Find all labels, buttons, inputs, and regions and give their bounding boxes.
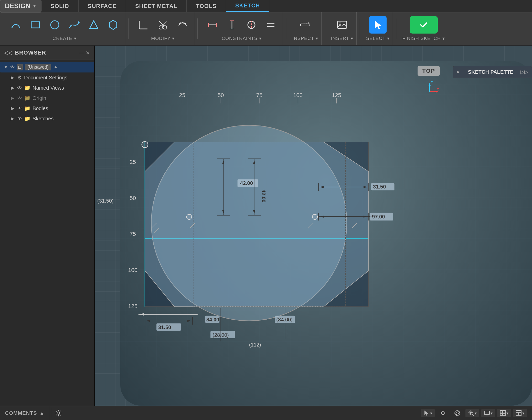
tree-item-named-views[interactable]: ▶ 👁 📁 Named Views xyxy=(0,83,94,93)
top-view-label: TOP xyxy=(418,66,440,76)
arc-icon[interactable] xyxy=(7,16,25,34)
browser-title: ◁◁ BROWSER xyxy=(4,49,46,56)
offset-icon[interactable] xyxy=(174,16,191,34)
folder-icon-origin: 📁 xyxy=(24,95,30,101)
svg-marker-5 xyxy=(90,21,98,28)
image-icon[interactable] xyxy=(333,16,351,34)
cursor-chevron: ▾ xyxy=(430,411,432,416)
tree-item-document-settings[interactable]: ▶ ⚙ Document Settings xyxy=(0,72,94,83)
create-icons-row xyxy=(7,16,122,34)
design-dropdown[interactable]: DESIGN ▼ xyxy=(0,0,41,13)
visibility-icon-bodies[interactable]: 👁 xyxy=(17,106,22,111)
svg-rect-2 xyxy=(31,22,39,28)
constraint-v-icon[interactable] xyxy=(223,16,241,34)
insert-section: INSERT ▾ xyxy=(328,12,357,45)
tree-toggle-named-views[interactable]: ▶ xyxy=(11,85,15,91)
layout-dropdown[interactable]: ▾ xyxy=(513,409,527,417)
circle-constraint-icon[interactable] xyxy=(243,16,260,34)
measure-icon[interactable] xyxy=(296,16,314,34)
create-section: CREATE ▾ xyxy=(4,12,125,45)
tree-toggle-bodies[interactable]: ▶ xyxy=(11,106,15,111)
tab-tools[interactable]: TOOLS xyxy=(187,0,226,12)
select-section: SELECT ▾ xyxy=(363,12,393,45)
svg-text:Z: Z xyxy=(431,81,433,85)
sidebar-pin-button[interactable]: — xyxy=(79,50,84,56)
tree-item-unsaved[interactable]: ▼ 👁 □ (Unsaved) ● xyxy=(0,62,94,72)
tree-item-sketches[interactable]: ▶ 👁 📁 Sketches xyxy=(0,113,94,124)
constraints-label[interactable]: CONSTRAINTS ▾ xyxy=(222,36,262,41)
visibility-icon-origin[interactable]: 👁 xyxy=(17,96,22,101)
gear-icon: ⚙ xyxy=(17,75,22,81)
orbit-icon[interactable] xyxy=(451,407,463,419)
visibility-icon-unsaved[interactable]: 👁 xyxy=(10,65,15,70)
comments-section[interactable]: COMMENTS ▲ xyxy=(0,406,50,420)
tab-solid[interactable]: SOLID xyxy=(41,0,79,12)
modify-label[interactable]: MODIFY ▾ xyxy=(151,36,175,41)
browser-label: BROWSER xyxy=(15,49,46,56)
tab-surface[interactable]: SURFACE xyxy=(79,0,126,12)
record-icon[interactable]: ● xyxy=(54,65,57,70)
spline-icon[interactable] xyxy=(66,16,83,34)
bodies-label: Bodies xyxy=(33,106,48,111)
insert-label[interactable]: INSERT ▾ xyxy=(331,36,353,41)
svg-line-9 xyxy=(162,21,166,26)
sketch-palette: ● SKETCH PALETTE ▷▷ xyxy=(453,66,532,78)
create-label[interactable]: CREATE ▾ xyxy=(52,36,77,41)
settings-icon[interactable] xyxy=(52,407,65,419)
finish-sketch-button[interactable] xyxy=(410,16,438,34)
bottom-bar: COMMENTS ▲ ▾ ▾ ▾ ▾ xyxy=(0,406,532,420)
svg-rect-129 xyxy=(500,411,503,413)
tree-toggle-doc-settings[interactable]: ▶ xyxy=(11,75,15,80)
display-dropdown[interactable]: ▾ xyxy=(481,409,495,417)
sidebar-actions: — ✕ xyxy=(79,50,90,56)
browser-header: ◁◁ BROWSER — ✕ xyxy=(0,46,94,60)
pan-icon[interactable] xyxy=(437,407,449,419)
grid-chevron: ▾ xyxy=(506,411,508,416)
zoom-chevron: ▾ xyxy=(475,411,477,416)
constraints-icons-row xyxy=(204,16,280,34)
svg-marker-115 xyxy=(424,411,428,416)
polygon-icon[interactable] xyxy=(104,16,122,34)
svg-rect-127 xyxy=(484,411,490,415)
tab-sketch[interactable]: SKETCH xyxy=(226,0,269,12)
select-icon[interactable] xyxy=(369,16,387,34)
select-icons-row xyxy=(369,16,387,34)
tree-toggle-unsaved[interactable]: ▼ xyxy=(4,65,8,70)
top-menu-bar: DESIGN ▼ SOLID SURFACE SHEET METAL TOOLS… xyxy=(0,0,532,12)
circle-icon[interactable] xyxy=(46,16,63,34)
modify-icons-row xyxy=(135,16,191,34)
cursor-tool[interactable]: ▾ xyxy=(421,409,435,417)
viewport[interactable]: 25 50 75 100 125 25 50 75 100 125 xyxy=(95,46,532,406)
svg-rect-135 xyxy=(519,413,521,416)
grid-dropdown[interactable]: ▾ xyxy=(497,409,511,417)
sketch-palette-controls: ▷▷ xyxy=(520,69,528,75)
rectangle-icon[interactable] xyxy=(27,16,44,34)
visibility-icon-sketches[interactable]: 👁 xyxy=(17,116,22,121)
svg-rect-130 xyxy=(503,411,505,413)
tree-item-origin[interactable]: ▶ 👁 📁 Origin xyxy=(0,93,94,103)
tree-toggle-sketches[interactable]: ▶ xyxy=(11,116,15,121)
tree-item-bodies[interactable]: ▶ 👁 📁 Bodies xyxy=(0,103,94,113)
select-label[interactable]: SELECT ▾ xyxy=(366,36,390,41)
sidebar-collapse-button[interactable]: ✕ xyxy=(86,50,90,56)
svg-rect-131 xyxy=(500,413,503,416)
tree-toggle-origin[interactable]: ▶ xyxy=(11,95,15,101)
fillet-icon[interactable] xyxy=(135,16,152,34)
sketch-palette-expand-icon[interactable]: ▷▷ xyxy=(520,69,528,75)
finish-sketch-label[interactable]: FINISH SKETCH ▾ xyxy=(402,36,445,41)
scissors-icon[interactable] xyxy=(154,16,172,34)
equal-icon[interactable] xyxy=(262,16,280,34)
layout-chevron: ▾ xyxy=(522,411,524,416)
triangle-icon[interactable] xyxy=(85,16,102,34)
zoom-dropdown[interactable]: ▾ xyxy=(465,409,479,417)
3d-device-background xyxy=(120,61,532,406)
modify-section: MODIFY ▾ xyxy=(132,12,194,45)
visibility-icon-named-views[interactable]: 👁 xyxy=(17,85,22,91)
svg-line-124 xyxy=(472,414,474,416)
finish-sketch-section: FINISH SKETCH ▾ xyxy=(399,12,448,45)
sketches-label: Sketches xyxy=(33,116,54,122)
inspect-label[interactable]: INSPECT ▾ xyxy=(292,36,318,41)
document-settings-label: Document Settings xyxy=(24,75,67,81)
constraint-h-icon[interactable] xyxy=(204,16,221,34)
tab-sheet-metal[interactable]: SHEET METAL xyxy=(126,0,187,12)
